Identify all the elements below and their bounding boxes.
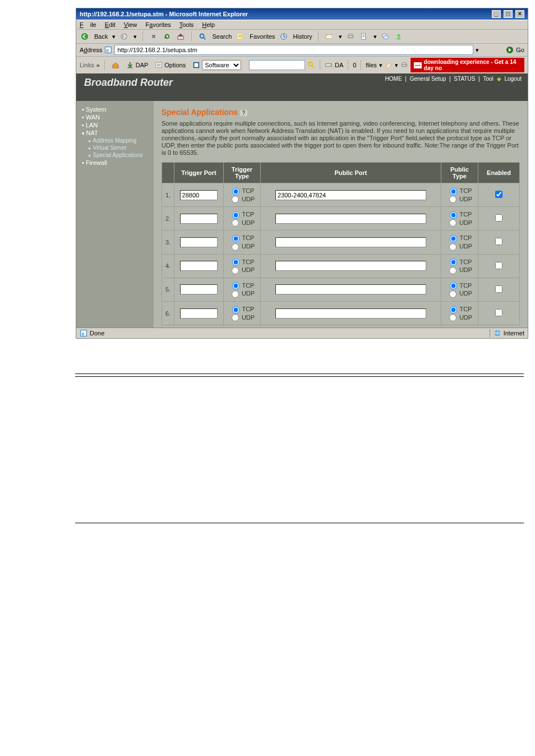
promo-banner[interactable]: — downloading experience - Get a 14 day … (411, 58, 524, 72)
trigger-type-tcp[interactable]: TCP (232, 259, 255, 265)
sidebar-item-system[interactable]: System (82, 105, 154, 113)
trigger-port-input[interactable] (180, 261, 218, 271)
menu-edit[interactable]: Edit (105, 21, 116, 28)
public-port-input[interactable] (275, 308, 426, 319)
dap-software-select[interactable]: Software (202, 60, 241, 70)
back-button[interactable] (80, 31, 90, 42)
messenger-button[interactable] (394, 31, 404, 42)
trigger-type-tcp[interactable]: TCP (232, 306, 255, 312)
nav-general-setup[interactable]: General Setup (410, 76, 446, 82)
sidebar-item-special-applications[interactable]: Special Applications (89, 151, 154, 159)
dap-files-dropdown[interactable]: ▾ (379, 62, 382, 69)
discuss-button[interactable] (380, 31, 390, 42)
public-type-udp[interactable]: UDP (449, 243, 472, 250)
sidebar-item-address-mapping[interactable]: Address Mapping (89, 137, 154, 144)
trigger-type-tcp[interactable]: TCP (232, 234, 255, 241)
enabled-checkbox[interactable] (495, 262, 502, 269)
forward-dropdown[interactable]: ▾ (133, 33, 137, 40)
help-icon[interactable]: ? (240, 110, 247, 116)
address-dropdown[interactable]: ▾ (476, 47, 479, 54)
trigger-port-input[interactable] (180, 284, 218, 294)
trigger-type-udp[interactable]: UDP (232, 290, 255, 297)
sidebar-item-nat[interactable]: NAT (82, 129, 154, 137)
dap-eraser-button[interactable] (385, 61, 393, 69)
dap-files[interactable]: files (366, 62, 377, 68)
close-button[interactable]: × (515, 10, 524, 18)
public-port-input[interactable] (275, 237, 426, 247)
trigger-type-tcp[interactable]: TCP (232, 211, 255, 218)
public-port-input[interactable] (275, 284, 426, 294)
trigger-type-tcp[interactable]: TCP (232, 187, 255, 194)
mail-button[interactable] (324, 31, 334, 42)
menu-favorites[interactable]: Favorites (146, 21, 171, 28)
maximize-button[interactable]: □ (504, 10, 513, 18)
home-button[interactable] (176, 31, 186, 42)
trigger-port-input[interactable] (180, 237, 218, 247)
dap-drive-button[interactable] (325, 61, 333, 69)
dap-home-button[interactable] (109, 61, 122, 70)
search-icon[interactable] (197, 31, 207, 42)
favorites-icon[interactable] (235, 31, 245, 42)
enabled-checkbox[interactable] (495, 214, 502, 222)
public-type-tcp[interactable]: TCP (450, 306, 472, 312)
trigger-type-udp[interactable]: UDP (232, 219, 255, 226)
edit-button[interactable] (359, 31, 369, 42)
dap-search-button[interactable] (307, 61, 315, 69)
go-button[interactable]: Go (516, 47, 524, 53)
public-type-tcp[interactable]: TCP (450, 187, 472, 194)
minimize-button[interactable]: _ (492, 10, 501, 18)
sidebar-item-firewall[interactable]: Firewall (82, 159, 154, 167)
public-type-tcp[interactable]: TCP (450, 259, 472, 265)
trigger-type-udp[interactable]: UDP (232, 243, 255, 250)
enabled-checkbox[interactable] (495, 238, 502, 245)
public-port-input[interactable] (275, 261, 426, 271)
trigger-port-input[interactable] (180, 308, 218, 319)
public-type-udp[interactable]: UDP (449, 290, 472, 297)
trigger-type-udp[interactable]: UDP (232, 314, 255, 321)
trigger-port-input[interactable] (180, 190, 218, 200)
nav-logout[interactable]: Logout (504, 76, 522, 82)
mail-dropdown[interactable]: ▾ (339, 33, 342, 40)
nav-home[interactable]: HOME (385, 76, 402, 82)
public-port-input[interactable] (275, 214, 426, 224)
history-icon[interactable] (279, 31, 289, 42)
dap-button[interactable]: DAP (124, 61, 151, 70)
dap-options-button[interactable]: Options (153, 61, 188, 70)
dap-software-dropdown[interactable]: Software (190, 59, 243, 71)
forward-button[interactable] (119, 31, 129, 42)
nav-tool[interactable]: Tool (483, 76, 493, 82)
menu-help[interactable]: Help (202, 21, 215, 28)
links-label[interactable]: Links (80, 62, 94, 68)
sidebar-item-wan[interactable]: WAN (82, 113, 154, 121)
menu-tools[interactable]: Tools (179, 21, 194, 28)
trigger-type-udp[interactable]: UDP (232, 196, 255, 202)
public-type-udp[interactable]: UDP (449, 314, 472, 321)
public-type-udp[interactable]: UDP (449, 219, 472, 226)
menu-view[interactable]: View (124, 21, 137, 28)
trigger-port-input[interactable] (180, 214, 218, 224)
trigger-type-tcp[interactable]: TCP (232, 282, 255, 289)
refresh-button[interactable] (162, 31, 172, 42)
back-dropdown[interactable]: ▾ (112, 33, 116, 40)
dap-print-button[interactable] (400, 61, 408, 69)
trigger-type-udp[interactable]: UDP (232, 266, 255, 273)
enabled-checkbox[interactable] (495, 191, 502, 198)
public-type-tcp[interactable]: TCP (450, 234, 472, 241)
public-type-udp[interactable]: UDP (449, 266, 472, 273)
public-port-input[interactable] (275, 190, 426, 200)
print-button[interactable] (345, 31, 356, 42)
public-type-tcp[interactable]: TCP (450, 282, 472, 289)
links-expand[interactable]: » (96, 62, 100, 68)
nav-status[interactable]: STATUS (454, 76, 475, 82)
public-type-udp[interactable]: UDP (449, 196, 472, 202)
enabled-checkbox[interactable] (495, 285, 502, 293)
enabled-checkbox[interactable] (495, 309, 502, 316)
go-icon[interactable] (506, 46, 514, 54)
sidebar-item-lan[interactable]: LAN (82, 121, 154, 129)
edit-dropdown[interactable]: ▾ (373, 33, 377, 40)
address-input[interactable] (114, 45, 473, 55)
sidebar-item-virtual-server[interactable]: Virtual Server (89, 144, 154, 151)
dap-search-input[interactable] (249, 60, 305, 70)
stop-button[interactable] (149, 31, 159, 42)
public-type-tcp[interactable]: TCP (450, 211, 472, 218)
